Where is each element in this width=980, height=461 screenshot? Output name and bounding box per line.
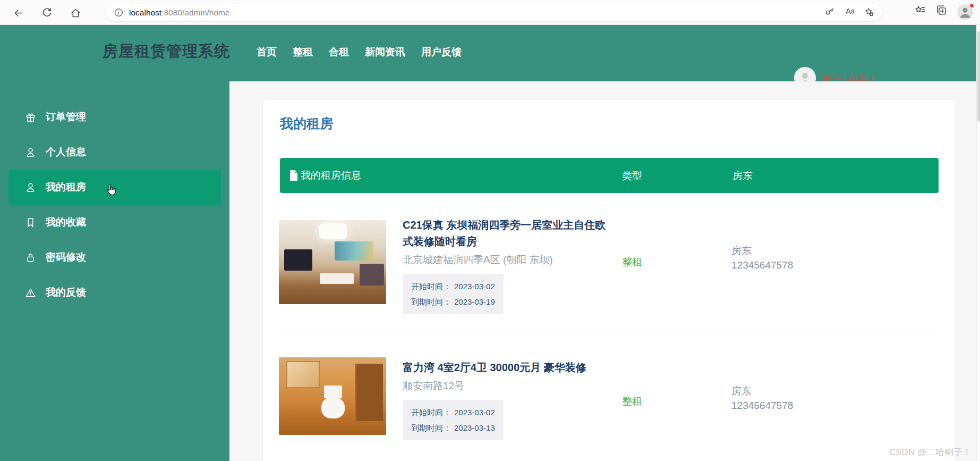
listing-photo-living-room[interactable] [279,220,386,304]
app-title: 房屋租赁管理系统 [103,41,230,62]
start-date-label: 开始时间： [411,408,451,417]
page-title: 我的租房 [280,115,333,132]
sidebar-label: 密码修改 [46,250,86,264]
home-icon[interactable] [67,4,84,21]
landlord-phone: 12345647578 [731,398,793,413]
app-header: 房屋租赁管理系统 首页 整租 合租 新闻资讯 用户反馈 张三( 租客 ) [0,25,976,81]
my-rentals-card: 我的租房 我的租房信息 类型 房东 C21保真 东坝福润四季旁一居室业主自住欧式… [263,100,955,461]
collections-icon[interactable] [935,4,947,18]
sidebar-item-profile[interactable]: 个人信息 [8,135,221,170]
start-date-value: 2023-03-02 [454,408,495,417]
nav-news[interactable]: 新闻资讯 [365,45,405,59]
nav-feedback[interactable]: 用户反馈 [421,45,462,59]
favorites-icon[interactable] [914,4,926,18]
listing-type: 整租 [622,255,642,269]
table-header-landlord: 房东 [732,169,753,183]
browser-toolbar: localhost:8080/admin/home [0,0,980,25]
start-date-label: 开始时间： [411,282,451,291]
scrollbar-thumb[interactable] [977,31,980,122]
back-icon[interactable] [10,4,27,21]
listing-photo-bathroom[interactable] [279,357,386,435]
user-icon [24,181,37,194]
end-date-value: 2023-03-13 [454,423,495,432]
listing-row[interactable]: C21保真 东坝福润四季旁一居室业主自住欧式装修随时看房 北京城建福润四季A区 … [263,212,955,332]
browser-profile-avatar[interactable] [957,4,974,21]
sidebar-item-my-feedback[interactable]: 我的反馈 [8,275,221,310]
add-favorite-star-icon[interactable] [864,6,874,19]
listing-landlord: 房东 12345647578 [731,244,793,272]
listing-title[interactable]: 富力湾 4室2厅4卫 30000元月 豪华装修 [403,359,609,376]
table-header-type: 类型 [622,169,642,183]
sidebar: 订单管理 个人信息 我的租房 我的收藏 密码修改 我的反馈 [0,81,229,461]
sidebar-item-order-management[interactable]: 订单管理 [8,99,221,135]
landlord-label: 房东 [731,244,793,258]
table-header: 我的租房信息 类型 房东 [280,158,939,193]
sidebar-label: 我的收藏 [46,215,86,229]
listing-address: 顺安南路12号 [403,379,609,393]
end-date-label: 到期时间： [411,297,451,306]
nav-home[interactable]: 首页 [257,45,277,59]
table-header-info: 我的租房信息 [301,169,361,182]
landlord-label: 房东 [731,384,793,398]
sidebar-item-my-favorites[interactable]: 我的收藏 [8,205,221,240]
bookmark-icon [24,216,37,229]
screenshot-stage: localhost:8080/admin/home 房屋租赁管理系统 首页 整租… [0,0,980,461]
row-divider [280,332,939,332]
listing-type: 整租 [622,395,642,408]
listing-dates: 开始时间：2023-03-02 到期时间：2023-03-13 [403,400,504,440]
landlord-phone: 12345647578 [731,258,793,272]
listing-title[interactable]: C21保真 东坝福润四季旁一居室业主自住欧式装修随时看房 [403,217,609,250]
warning-icon [24,287,37,299]
url-text[interactable]: localhost:8080/admin/home [129,8,230,18]
sidebar-label: 订单管理 [46,110,86,124]
nav-whole-rent[interactable]: 整租 [293,45,313,59]
refresh-icon[interactable] [38,4,55,21]
listing-landlord: 房东 12345647578 [731,384,793,413]
listing-address: 北京城建福润四季A区 (朝阳 东坝) [403,253,609,267]
sidebar-label: 个人信息 [46,145,86,159]
listing-dates: 开始时间：2023-03-02 到期时间：2023-03-19 [403,274,504,314]
sidebar-label: 我的租房 [46,180,86,194]
url-host: localhost [129,8,161,17]
sidebar-item-my-rentals[interactable]: 我的租房 [8,170,221,205]
address-bar[interactable]: localhost:8080/admin/home [106,4,882,21]
sidebar-item-change-password[interactable]: 密码修改 [8,240,221,275]
top-navigation: 首页 整租 合租 新闻资讯 用户反馈 [257,45,462,59]
profile-notification-dot [969,3,974,8]
user-icon [24,146,37,158]
end-date-label: 到期时间： [411,423,451,432]
listing-row[interactable]: 富力湾 4室2厅4卫 30000元月 豪华装修 顺安南路12号 开始时间：202… [263,350,955,461]
nav-shared-rent[interactable]: 合租 [329,45,349,59]
document-icon [289,170,298,181]
lock-icon [24,252,37,264]
gift-icon [24,111,37,123]
page-scrollbar[interactable] [976,25,980,461]
sidebar-label: 我的反馈 [46,286,86,299]
start-date-value: 2023-03-02 [454,282,495,291]
csdn-watermark: CSDN @二哈喇子！ [889,446,972,458]
read-aloud-icon[interactable] [844,6,855,19]
password-key-icon[interactable] [824,6,835,19]
url-path: :8080/admin/home [161,8,229,17]
end-date-value: 2023-03-19 [454,297,495,306]
site-info-icon[interactable] [114,7,124,18]
main-content: 我的租房 我的租房信息 类型 房东 C21保真 东坝福润四季旁一居室业主自住欧式… [229,81,976,461]
